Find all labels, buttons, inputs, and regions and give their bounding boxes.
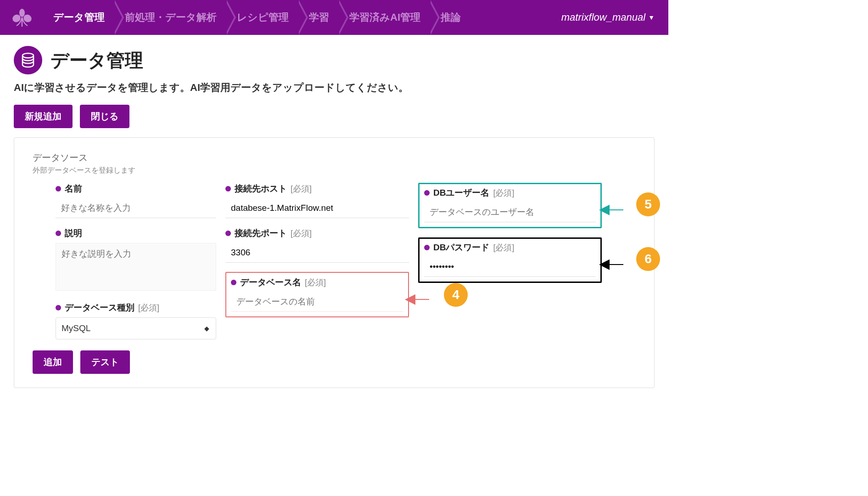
add-new-button[interactable]: 新規追加 [14, 105, 73, 128]
field-port: 接続先ポート [必須] [225, 227, 409, 263]
port-label: 接続先ポート [235, 227, 287, 239]
arrow-left-icon: ◀— [599, 201, 623, 217]
form-col-3: DBユーザー名 [必須] ◀— 5 DBパスワード [必須] [418, 183, 602, 283]
user-name: matrixflow_manual [561, 11, 645, 23]
annotation-badge-5: 5 [636, 192, 660, 216]
db-name-label: データベース名 [240, 276, 301, 288]
flower-icon [11, 8, 33, 27]
close-button[interactable]: 閉じる [80, 105, 129, 128]
required-tag: [必須] [493, 187, 514, 198]
main-content: データ管理 AIに学習させるデータを管理します。AI学習用データをアップロードし… [0, 35, 668, 397]
bullet-icon [56, 186, 61, 192]
nav-item-recipe[interactable]: レシピ管理 [228, 0, 300, 35]
section-title: データソース [33, 152, 636, 164]
form-grid: 名前 説明 データベース種別 [33, 183, 636, 339]
bullet-icon [56, 305, 61, 310]
field-description: 説明 [56, 227, 216, 293]
field-db-password: DBパスワード [必須] ◀— 6 [418, 237, 602, 283]
app-logo [0, 8, 44, 27]
name-input[interactable] [56, 198, 216, 218]
database-icon [14, 46, 42, 74]
page-description: AIに学習させるデータを管理します。AI学習用データをアップロードしてください。 [14, 81, 655, 95]
nav-item-data[interactable]: データ管理 [44, 0, 116, 35]
user-menu[interactable]: matrixflow_manual ▼ [561, 11, 655, 23]
required-tag: [必須] [493, 242, 514, 253]
description-textarea[interactable] [56, 243, 216, 291]
field-db-name: データベース名 [必須] ◀— 4 [225, 272, 409, 317]
form-col-1: 名前 説明 データベース種別 [33, 183, 216, 339]
field-host: 接続先ホスト [必須] [225, 183, 409, 218]
nav-item-trained-ai[interactable]: 学習済みAI管理 [340, 0, 431, 35]
name-label: 名前 [65, 183, 82, 195]
field-db-type: データベース種別 [必須] MySQL ◆ [56, 302, 216, 339]
page-header: データ管理 [14, 46, 655, 74]
datasource-panel: データソース 外部データベースを登録します 名前 [14, 137, 655, 388]
svg-point-0 [19, 9, 25, 17]
page-title: データ管理 [50, 48, 143, 73]
bullet-icon [56, 231, 61, 236]
bullet-icon [231, 280, 236, 285]
bullet-icon [225, 231, 231, 236]
required-tag: [必須] [138, 302, 159, 313]
required-tag: [必須] [291, 183, 312, 194]
panel-actions: 追加 テスト [33, 350, 636, 374]
arrow-left-icon: ◀— [405, 290, 429, 306]
chevron-down-icon: ▼ [648, 14, 655, 21]
top-nav: データ管理 前処理・データ解析 レシピ管理 学習 学習済みAI管理 推論 mat… [0, 0, 668, 35]
nav-items: データ管理 前処理・データ解析 レシピ管理 学習 学習済みAI管理 推論 [44, 0, 472, 35]
db-type-select-wrap[interactable]: MySQL ◆ [56, 317, 216, 339]
bullet-icon [424, 245, 430, 250]
db-password-label: DBパスワード [433, 242, 489, 254]
port-input[interactable] [225, 243, 409, 263]
form-col-2: 接続先ホスト [必須] 接続先ポート [必須] [225, 183, 409, 317]
host-input[interactable] [225, 198, 409, 218]
db-user-input[interactable] [424, 203, 596, 222]
arrow-left-icon: ◀— [599, 255, 623, 271]
db-password-input[interactable] [424, 257, 596, 277]
host-label: 接続先ホスト [235, 183, 287, 195]
required-tag: [必須] [305, 277, 326, 288]
db-user-label: DBユーザー名 [433, 187, 489, 199]
bullet-icon [225, 186, 231, 192]
db-type-label: データベース種別 [65, 302, 134, 314]
annotation-badge-6: 6 [636, 247, 660, 271]
db-type-select[interactable]: MySQL [56, 318, 216, 339]
section-subtitle: 外部データベースを登録します [33, 166, 636, 175]
annotation-badge-4: 4 [444, 283, 468, 307]
bullet-icon [424, 190, 430, 196]
nav-item-preprocess[interactable]: 前処理・データ解析 [116, 0, 228, 35]
db-name-input[interactable] [231, 292, 403, 312]
description-label: 説明 [65, 227, 82, 239]
page-buttons: 新規追加 閉じる [14, 105, 655, 128]
test-button[interactable]: テスト [80, 350, 130, 374]
field-name: 名前 [56, 183, 216, 218]
field-db-user: DBユーザー名 [必須] ◀— 5 [418, 183, 602, 228]
svg-point-3 [22, 53, 34, 58]
required-tag: [必須] [291, 228, 312, 239]
add-button[interactable]: 追加 [33, 350, 73, 374]
